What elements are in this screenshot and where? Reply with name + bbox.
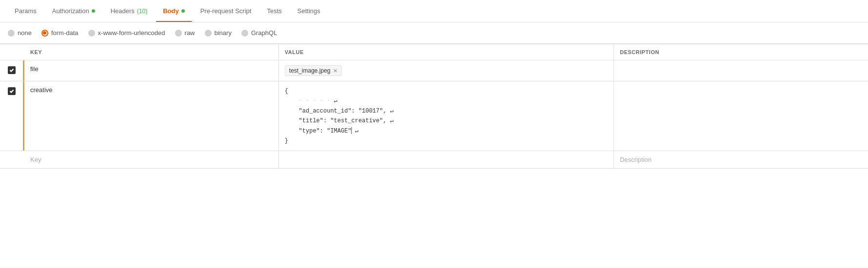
radio-x-www-form-urlencoded[interactable]: x-www-form-urlencoded [88, 29, 165, 37]
row3-desc-cell[interactable]: Description [614, 151, 868, 168]
tab-body[interactable]: Body [156, 0, 192, 22]
row1-desc-cell[interactable] [614, 60, 868, 81]
row1-file-close-icon[interactable]: × [334, 67, 337, 74]
radio-none-label: none [18, 29, 32, 37]
header-value: VALUE [279, 44, 614, 60]
row2-value-cell[interactable]: { · · · · · ↵ "ad_account_id": "10017", … [279, 81, 614, 151]
table-row: Key Description [0, 151, 868, 169]
tab-pre-request-script[interactable]: Pre-request Script [194, 0, 258, 22]
radio-x-www-circle [88, 30, 95, 37]
row1-check-cell [0, 60, 24, 81]
tab-settings-label: Settings [297, 7, 320, 15]
radio-none[interactable]: none [8, 29, 32, 37]
radio-binary[interactable]: binary [205, 29, 232, 37]
header-key: KEY [24, 44, 279, 60]
row3-value-cell[interactable] [279, 151, 614, 168]
tab-authorization[interactable]: Authorization [45, 0, 102, 22]
tab-tests[interactable]: Tests [260, 0, 288, 22]
body-dot [181, 9, 185, 13]
table-row: creative { · · · · · ↵ "ad_account_id": … [0, 81, 868, 151]
row1-key-cell[interactable]: file [24, 60, 279, 81]
tab-body-label: Body [163, 7, 179, 15]
row2-check-cell [0, 81, 24, 151]
row2-key: creative [30, 86, 53, 94]
tab-headers[interactable]: Headers (10) [104, 0, 154, 22]
row1-value-cell[interactable]: test_image.jpeg × [279, 60, 614, 81]
row3-check-cell [0, 151, 24, 168]
authorization-dot [92, 9, 95, 13]
tab-tests-label: Tests [267, 7, 281, 15]
tab-settings[interactable]: Settings [291, 0, 327, 22]
header-description: DESCRIPTION [614, 44, 868, 60]
radio-form-data-label: form-data [51, 29, 79, 37]
row3-key-cell[interactable]: Key [24, 151, 279, 168]
tabs-bar: Params Authorization Headers (10) Body P… [0, 0, 868, 22]
headers-badge: (10) [137, 8, 147, 15]
header-check-col [0, 44, 24, 60]
radio-none-circle [8, 30, 15, 37]
row1-file-tag: test_image.jpeg × [285, 65, 342, 76]
radio-graphql-circle [241, 30, 248, 37]
radio-form-data-circle [41, 30, 48, 37]
form-data-table: KEY VALUE DESCRIPTION file test_image.jp… [0, 44, 868, 169]
row1-key: file [30, 65, 39, 73]
tab-headers-label: Headers [111, 7, 135, 15]
table-row: file test_image.jpeg × [0, 60, 868, 81]
radio-form-data[interactable]: form-data [41, 29, 79, 37]
radio-x-www-label: x-www-form-urlencoded [98, 29, 165, 37]
radio-raw-label: raw [185, 29, 195, 37]
row2-key-cell[interactable]: creative [24, 81, 279, 151]
row2-desc-cell[interactable] [614, 81, 868, 151]
row3-key-placeholder: Key [30, 156, 41, 163]
tab-authorization-label: Authorization [52, 7, 89, 15]
radio-graphql-label: GraphQL [251, 29, 277, 37]
body-type-selector: none form-data x-www-form-urlencoded raw… [0, 22, 868, 44]
row1-checkbox[interactable] [8, 66, 16, 74]
radio-raw-circle [175, 30, 182, 37]
radio-binary-label: binary [215, 29, 232, 37]
radio-binary-circle [205, 30, 212, 37]
row1-file-name: test_image.jpeg [289, 67, 331, 74]
row3-desc-placeholder: Description [620, 156, 651, 163]
radio-graphql[interactable]: GraphQL [241, 29, 277, 37]
radio-raw[interactable]: raw [175, 29, 195, 37]
tab-params-label: Params [15, 7, 37, 15]
table-header: KEY VALUE DESCRIPTION [0, 44, 868, 60]
tab-pre-request-label: Pre-request Script [200, 7, 252, 15]
tab-params[interactable]: Params [8, 0, 43, 22]
row2-json-value: { · · · · · ↵ "ad_account_id": "10017", … [285, 86, 394, 146]
row2-checkbox[interactable] [8, 87, 16, 95]
